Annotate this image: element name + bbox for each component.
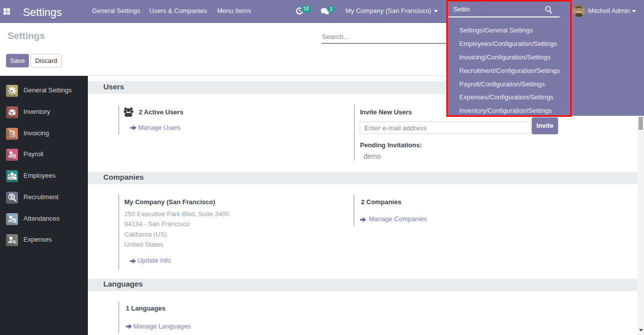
svg-text:$: $ xyxy=(13,155,15,158)
svg-text:$: $ xyxy=(13,239,16,245)
svg-text:$: $ xyxy=(11,132,13,137)
